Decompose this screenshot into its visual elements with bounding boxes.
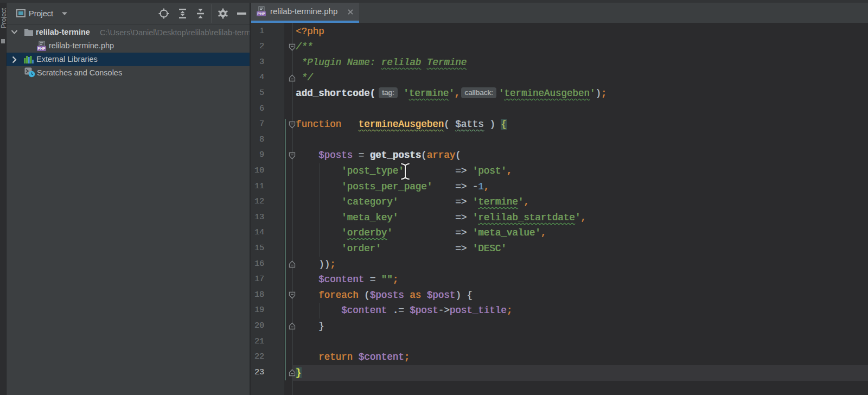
svg-text:PHP: PHP [257, 12, 265, 16]
svg-text:PHP: PHP [37, 47, 46, 50]
